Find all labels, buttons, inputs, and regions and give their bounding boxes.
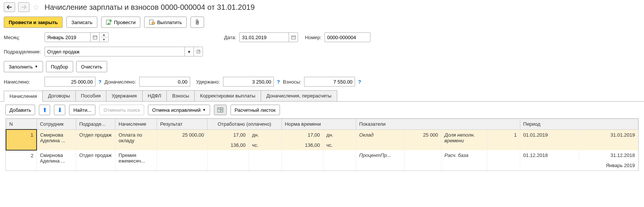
help-icon[interactable]: ?	[277, 79, 280, 85]
col-worked[interactable]: Отработано (оплачено)	[207, 119, 281, 130]
withheld-value[interactable]	[223, 77, 274, 87]
cell-norm-days[interactable]: 17,00	[281, 129, 323, 140]
nav-back-button[interactable]	[4, 2, 15, 12]
number-input[interactable]	[325, 33, 370, 41]
chevron-down-icon[interactable]: ▼	[101, 37, 107, 42]
unit-input-group: ▾	[45, 47, 203, 56]
tab-corrections[interactable]: Корректировки выплаты	[194, 90, 261, 101]
cell-norm-hours[interactable]: 136,00	[281, 140, 323, 150]
unit-open-button[interactable]	[194, 47, 203, 56]
month-calendar-button[interactable]	[90, 33, 99, 42]
add-row-button[interactable]: Добавить	[5, 105, 35, 115]
clear-button[interactable]: Очистить	[76, 61, 108, 72]
tab-contributions[interactable]: Взносы	[166, 90, 195, 101]
attach-button[interactable]	[191, 17, 204, 28]
cell-period-to[interactable]: 31.12.2018	[579, 150, 638, 160]
help-icon[interactable]: ?	[98, 79, 101, 85]
favorite-star-icon[interactable]: ☆	[32, 3, 39, 12]
toggle-view-button[interactable]	[214, 105, 227, 115]
cell-unit[interactable]: Отдел продаж	[76, 150, 115, 170]
tab-additional[interactable]: Доначисления, перерасчеты	[261, 90, 337, 101]
cell-norm-hours-unit	[323, 160, 356, 170]
cancel-corrections-button[interactable]: Отмена исправлений ▼	[148, 105, 210, 115]
tab-ndfl[interactable]: НДФЛ	[142, 90, 167, 101]
cell-norm-days-unit: дн.	[323, 129, 356, 140]
accrued-value[interactable]	[45, 77, 95, 87]
cell-result[interactable]	[157, 150, 207, 170]
table-header-row: N Сотрудник Подразде... Начисление Резул…	[6, 119, 638, 130]
nav-forward-button[interactable]	[18, 2, 29, 12]
table-row[interactable]: 2 Смирнова Аделина ... Отдел продаж Прем…	[6, 150, 638, 160]
fill-button[interactable]: Заполнить ▼	[4, 61, 43, 72]
cell-accrual[interactable]: Премия ежемесяч...	[115, 150, 157, 170]
withheld-label: Удержано:	[196, 79, 220, 85]
grid-toggle-icon	[217, 107, 223, 113]
col-accrual[interactable]: Начисление	[115, 119, 157, 130]
cell-norm-days[interactable]	[281, 150, 323, 160]
chevron-down-icon: ▼	[203, 108, 206, 112]
cell-worked-hours[interactable]: 136,00	[207, 140, 249, 150]
select-button[interactable]: Подбор	[46, 61, 73, 72]
cell-employee[interactable]: Смирнова Аделина ...	[37, 129, 76, 150]
chevron-up-icon[interactable]: ▲	[101, 33, 107, 37]
save-button[interactable]: Записать	[66, 17, 97, 28]
col-unit[interactable]: Подразде...	[76, 119, 115, 130]
cell-worked-days[interactable]	[207, 150, 249, 160]
month-stepper[interactable]: ▲ ▼	[99, 33, 108, 42]
arrow-right-icon	[21, 5, 26, 9]
payslip-button[interactable]: Расчетный листок	[231, 105, 280, 115]
post-close-button[interactable]: Провести и закрыть	[4, 17, 63, 28]
cell-period-from[interactable]: 01.12.2018	[520, 150, 579, 160]
cell-worked-days-unit	[249, 150, 281, 160]
unit-input[interactable]	[45, 48, 184, 56]
tab-withholdings[interactable]: Удержания	[106, 90, 143, 101]
pay-button[interactable]: Выплатить	[144, 17, 187, 28]
unit-dropdown-button[interactable]: ▾	[184, 47, 194, 56]
move-down-button[interactable]: ⬇	[54, 105, 65, 115]
col-period[interactable]: Период	[520, 119, 638, 130]
tab-accruals[interactable]: Начисления	[4, 91, 43, 102]
tab-benefits[interactable]: Пособия	[75, 90, 106, 101]
cell-norm-hours[interactable]	[281, 160, 323, 170]
col-indicators[interactable]: Показатели	[356, 119, 520, 130]
help-icon[interactable]: ?	[358, 79, 361, 85]
cell-n[interactable]: 2	[6, 150, 37, 170]
cell-ind1-value[interactable]: 25 000	[404, 129, 441, 150]
cell-ind1-value[interactable]	[404, 150, 441, 170]
move-up-button[interactable]: ⬆	[39, 105, 50, 115]
date-calendar-button[interactable]	[289, 33, 298, 42]
cell-norm-days-unit	[323, 150, 356, 160]
cell-ind2-value[interactable]: 1	[487, 129, 520, 150]
arrow-down-icon: ⬇	[57, 107, 62, 114]
col-norm[interactable]: Норма времени	[281, 119, 356, 130]
cell-worked-days[interactable]: 17,00	[207, 129, 249, 140]
cell-worked-days-unit: дн.	[249, 129, 281, 140]
calendar-icon	[93, 35, 97, 40]
arrow-left-icon	[7, 5, 12, 9]
col-n[interactable]: N	[6, 119, 37, 130]
col-employee[interactable]: Сотрудник	[37, 119, 76, 130]
tab-contracts[interactable]: Договоры	[42, 90, 75, 101]
number-input-group	[324, 32, 370, 42]
svg-point-1	[109, 20, 112, 22]
cell-employee[interactable]: Смирнова Аделина ...	[37, 150, 76, 170]
addl-value[interactable]	[139, 77, 190, 87]
post-icon	[106, 19, 112, 25]
table-row[interactable]: 1 Смирнова Аделина ... Отдел продаж Опла…	[6, 129, 638, 140]
month-input[interactable]	[45, 33, 90, 41]
contrib-value[interactable]	[304, 77, 355, 87]
svg-rect-4	[93, 36, 97, 39]
cell-n[interactable]: 1	[6, 129, 37, 150]
cell-unit[interactable]: Отдел продаж	[76, 129, 115, 150]
col-result[interactable]: Результат	[157, 119, 207, 130]
find-button[interactable]: Найти...	[69, 105, 95, 115]
date-input[interactable]	[240, 33, 289, 41]
cell-worked-hours[interactable]	[207, 160, 249, 170]
post-button[interactable]: Провести	[101, 17, 141, 28]
cell-result[interactable]: 25 000,00	[157, 129, 207, 150]
cell-period-to[interactable]: 31.01.2019	[579, 129, 638, 140]
pay-icon	[149, 19, 155, 25]
cell-ind2-value[interactable]	[487, 150, 520, 170]
cell-accrual[interactable]: Оплата по окладу	[115, 129, 157, 150]
cell-period-from[interactable]: 01.01.2019	[520, 129, 579, 140]
